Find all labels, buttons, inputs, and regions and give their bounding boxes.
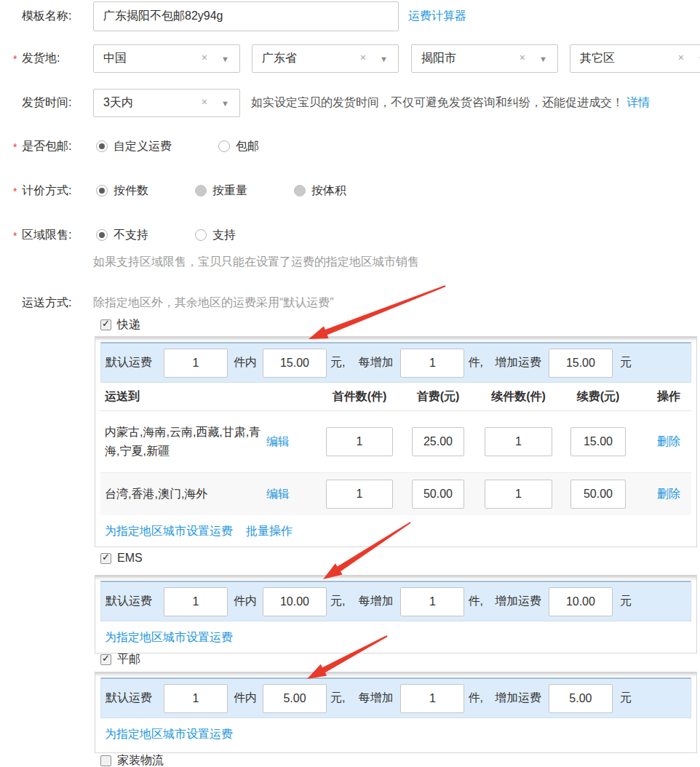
clear-icon[interactable]: × [678,52,684,63]
add-fee-label: 增加运费 [495,594,541,609]
yuan-label: 元, [330,594,345,609]
batch-operation-link[interactable]: 批量操作 [246,524,293,539]
method-label-home-logistics: 家装物流 [117,753,164,767]
default-fee-label: 默认运费 [106,594,152,609]
radio-option-by-piece[interactable]: 按件数 [96,183,148,199]
region-limit-tip: 如果支持区域限售，宝贝只能在设置了运费的指定地区城市销售 [93,255,419,269]
edit-link[interactable]: 编辑 [266,487,290,502]
caret-down-icon[interactable]: ▼ [539,55,547,63]
clear-icon[interactable]: × [360,52,366,63]
origin-district-value: 其它区 [580,51,615,66]
template-name-value: 广东揭阳不包邮82y94g [103,9,223,24]
surface-default-qty-input[interactable]: 1 [164,684,228,713]
radio-label: 按件数 [114,183,148,199]
surface-mail-fee-panel: 默认运费 1 件内 5.00 元, 每增加 1 件, 增加运费 5.00 元 为… [95,672,697,753]
delete-link[interactable]: 删除 [657,487,680,502]
ship-time-tip: 如实设定宝贝的发货时间，不仅可避免发货咨询和纠纷，还能促进成交！ [251,95,624,111]
add-fee-label: 增加运费 [495,691,541,706]
origin-select-province[interactable]: 广东省 × ▼ [252,44,399,73]
caret-down-icon[interactable]: ▼ [221,55,229,63]
origin-province-value: 广东省 [262,51,297,66]
every-add-label: 每增加 [358,355,393,370]
checkbox-home-logistics[interactable]: ✓ [100,755,111,766]
first-qty-input[interactable]: 1 [326,480,393,509]
express-add-qty-input[interactable]: 1 [400,349,464,378]
radio-icon[interactable] [294,185,306,196]
ship-time-row: 发货时间: 3天内 × ▼ 如实设定宝贝的发货时间，不仅可避免发货咨询和纠纷，还… [0,89,650,117]
radio-label: 支持 [212,228,236,243]
radio-option-by-volume[interactable]: 按体积 [294,183,346,199]
check-icon: ✓ [102,318,110,329]
checkbox-surface-mail[interactable]: ✓ [100,654,111,665]
clear-icon[interactable]: × [202,52,207,63]
ship-time-select[interactable]: 3天内 × ▼ [93,89,240,117]
within-label: 件内 [234,355,257,370]
checkbox-ems[interactable]: ✓ [100,553,111,564]
radio-icon[interactable] [96,229,108,241]
check-icon: ✓ [102,552,110,563]
ship-time-detail-link[interactable]: 详情 [627,95,650,111]
next-fee-input[interactable]: 50.00 [570,480,626,509]
ems-add-fee-input[interactable]: 10.00 [549,587,613,616]
region-fee-table-header: 运送到 首件数(件) 首费(元) 续件数(件) 续费(元) 操作 [100,383,691,411]
radio-icon[interactable] [96,140,108,152]
checkbox-row-home-logistics[interactable]: ✓ 家装物流 [100,754,164,767]
set-region-fee-link[interactable]: 为指定地区城市设置运费 [105,524,233,539]
next-fee-input[interactable]: 15.00 [570,427,626,456]
express-default-qty-input[interactable]: 1 [164,349,228,378]
origin-select-country[interactable]: 中国 × ▼ [93,44,240,73]
region-limit-label: * 区域限售: [0,228,93,243]
ship-time-label: 发货时间: [0,95,93,111]
radio-icon[interactable] [96,185,108,196]
freight-calculator-link[interactable]: 运费计算器 [408,9,466,24]
free-ship-label: * 是否包邮: [0,139,93,154]
next-qty-input[interactable]: 1 [485,427,552,456]
set-region-fee-link[interactable]: 为指定地区城市设置运费 [105,727,233,742]
template-name-input[interactable]: 广东揭阳不包邮82y94g [93,1,399,31]
radio-label: 按重量 [212,183,247,199]
set-region-fee-link[interactable]: 为指定地区城市设置运费 [105,630,233,645]
radio-label: 自定义运费 [114,139,172,154]
piece-label: 件, [468,355,482,370]
radio-option-by-weight[interactable]: 按重量 [195,183,247,199]
caret-down-icon[interactable]: ▼ [221,100,229,108]
radio-label: 包邮 [236,139,259,154]
checkbox-row-ems[interactable]: ✓ EMS [100,552,143,565]
origin-select-city[interactable]: 揭阳市 × ▼ [411,44,558,73]
checkbox-row-surface-mail[interactable]: ✓ 平邮 [100,653,140,666]
shipping-template-form: 模板名称: 广东揭阳不包邮82y94g 运费计算器 * 发货地: 中国 × ▼ … [0,0,700,767]
radio-option-support[interactable]: 支持 [195,228,236,243]
radio-icon[interactable] [218,140,230,152]
yuan-label: 元 [620,691,632,706]
origin-select-district[interactable]: 其它区 × ▼ [570,44,700,73]
checkbox-express[interactable]: ✓ [100,319,111,330]
surface-mail-default-fee-row: 默认运费 1 件内 5.00 元, 每增加 1 件, 增加运费 5.00 元 [100,677,691,718]
caret-down-icon[interactable]: ▼ [380,55,388,63]
add-fee-label: 增加运费 [495,355,541,370]
ems-default-fee-input[interactable]: 10.00 [263,587,327,616]
first-fee-input[interactable]: 25.00 [412,427,464,456]
every-add-label: 每增加 [358,594,393,609]
method-label-ems: EMS [117,552,143,565]
edit-link[interactable]: 编辑 [266,434,290,450]
radio-icon[interactable] [195,229,207,241]
express-default-fee-input[interactable]: 15.00 [263,349,327,378]
first-fee-input[interactable]: 50.00 [412,480,464,509]
default-fee-label: 默认运费 [106,355,152,370]
radio-icon[interactable] [195,185,207,196]
ems-default-qty-input[interactable]: 1 [164,587,228,616]
ems-add-qty-input[interactable]: 1 [400,587,464,616]
radio-option-not-support[interactable]: 不支持 [96,228,148,243]
express-add-fee-input[interactable]: 15.00 [549,349,613,378]
radio-option-custom-fee[interactable]: 自定义运费 [96,139,172,154]
surface-add-fee-input[interactable]: 5.00 [549,684,613,713]
delete-link[interactable]: 删除 [657,434,680,450]
next-qty-input[interactable]: 1 [485,480,552,509]
checkbox-row-express[interactable]: ✓ 快递 [100,318,140,331]
surface-default-fee-input[interactable]: 5.00 [263,684,327,713]
surface-add-qty-input[interactable]: 1 [400,684,464,713]
clear-icon[interactable]: × [202,97,207,107]
clear-icon[interactable]: × [520,52,525,63]
first-qty-input[interactable]: 1 [326,427,393,456]
radio-option-free-post[interactable]: 包邮 [218,139,259,154]
